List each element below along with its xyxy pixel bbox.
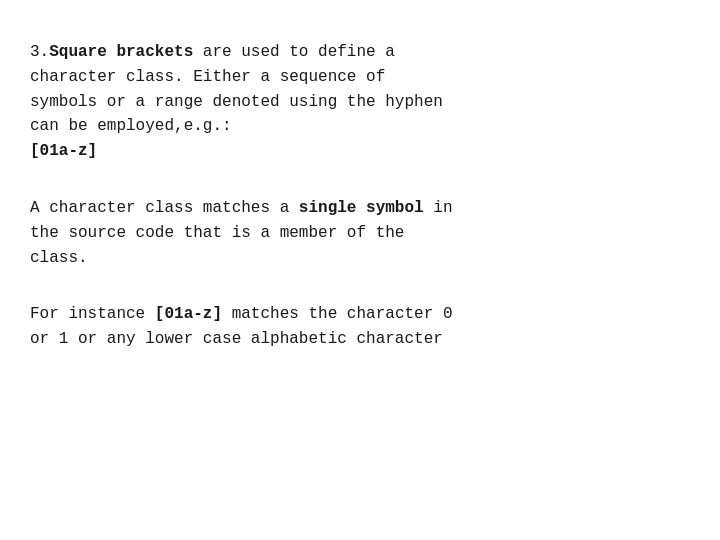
- section-for-instance: For instance [01a-z] matches the charact…: [30, 302, 690, 352]
- text-for-instance: For instance: [30, 305, 155, 323]
- line-1: 3.Square brackets are used to define a: [30, 40, 690, 65]
- line-4: can be employed,e.g.:: [30, 114, 690, 139]
- text-example-bracket: [01a-z]: [30, 142, 97, 160]
- text-the-source-code: the source code that is a member of the: [30, 224, 404, 242]
- page-content: 3.Square brackets are used to define a c…: [0, 0, 720, 424]
- text-bracket-example-2: [01a-z]: [155, 305, 222, 323]
- section-character-class-matches: A character class matches a single symbo…: [30, 196, 690, 270]
- line-6: A character class matches a single symbo…: [30, 196, 690, 221]
- text-in: in: [424, 199, 453, 217]
- section-square-brackets: 3.Square brackets are used to define a c…: [30, 40, 690, 164]
- line-7: the source code that is a member of the: [30, 221, 690, 246]
- line-10: or 1 or any lower case alphabetic charac…: [30, 327, 690, 352]
- text-can-be-employed: can be employed,e.g.:: [30, 117, 232, 135]
- text-3dot: 3.: [30, 43, 49, 61]
- text-a-character-class-matches: A character class matches a: [30, 199, 299, 217]
- text-are-used: are used to define a: [193, 43, 395, 61]
- line-8: class.: [30, 246, 690, 271]
- line-9: For instance [01a-z] matches the charact…: [30, 302, 690, 327]
- text-square-brackets: Square brackets: [49, 43, 193, 61]
- text-or-1-or-any: or 1 or any lower case alphabetic charac…: [30, 330, 443, 348]
- line-3: symbols or a range denoted using the hyp…: [30, 90, 690, 115]
- text-matches-the-character: matches the character 0: [222, 305, 452, 323]
- text-single-symbol: single symbol: [299, 199, 424, 217]
- text-character-class: character class. Either a sequence of: [30, 68, 385, 86]
- text-symbols-range: symbols or a range denoted using the hyp…: [30, 93, 443, 111]
- line-2: character class. Either a sequence of: [30, 65, 690, 90]
- text-class-period: class.: [30, 249, 88, 267]
- line-5: [01a-z]: [30, 139, 690, 164]
